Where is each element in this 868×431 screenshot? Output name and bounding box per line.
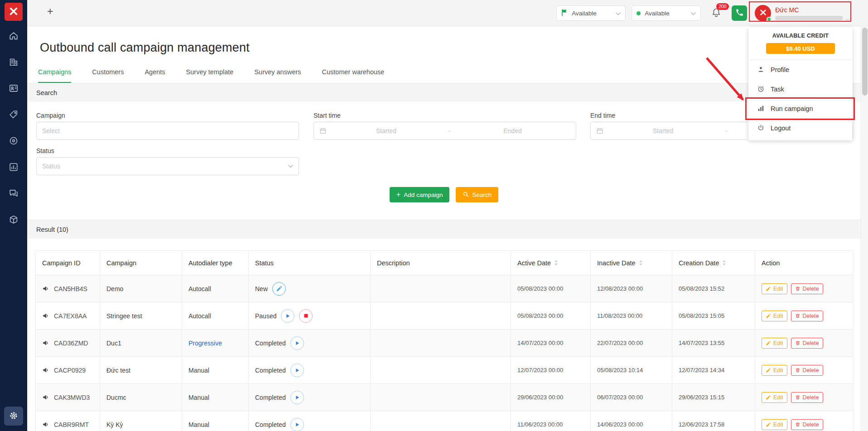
add-campaign-button[interactable]: + Add campaign <box>390 187 450 202</box>
edit-button[interactable]: Edit <box>762 365 787 376</box>
tab-bar: CampaignsCustomersAgentsSurvey templateS… <box>38 68 861 83</box>
avatar <box>755 5 771 21</box>
tab-customers[interactable]: Customers <box>92 68 124 83</box>
green-dot-icon <box>637 11 641 15</box>
autodialer-type: Autocall <box>188 285 211 292</box>
autodialer-type: Manual <box>188 394 209 401</box>
delete-button[interactable]: Delete <box>791 392 823 403</box>
play-icon[interactable] <box>281 309 294 323</box>
sidebar-item-package[interactable] <box>8 215 19 225</box>
campaign-name: Đức test <box>100 357 182 384</box>
column-header-active-date[interactable]: Active Date <box>511 251 591 275</box>
bar-chart-icon <box>9 162 19 173</box>
play-icon[interactable] <box>290 391 304 404</box>
autodialer-type[interactable]: Progressive <box>188 340 222 347</box>
campaign-field-label: Campaign <box>36 112 65 119</box>
sidebar-item-bar-chart[interactable] <box>8 162 19 173</box>
megaphone-icon <box>42 366 50 374</box>
sidebar-nav <box>8 31 19 407</box>
column-header-campaign-id: Campaign ID <box>36 251 100 275</box>
status-field-label: Status <box>36 147 54 154</box>
edit-button[interactable]: Edit <box>762 311 787 321</box>
menu-item-profile[interactable]: Profile <box>748 60 853 79</box>
delete-button[interactable]: Delete <box>791 365 823 376</box>
campaign-select[interactable]: Select <box>36 122 299 140</box>
availability-dropdown-1[interactable]: Available <box>556 5 626 21</box>
creation-date: 05/08/2023 15:52 <box>672 275 755 302</box>
megaphone-icon <box>42 312 50 320</box>
sort-icon[interactable] <box>722 260 726 266</box>
play-icon[interactable] <box>290 418 304 431</box>
delete-button[interactable]: Delete <box>791 419 823 430</box>
sort-icon[interactable] <box>639 260 643 266</box>
search-button[interactable]: Search <box>456 187 498 202</box>
pencil-icon <box>766 340 771 346</box>
description <box>371 302 511 330</box>
edit-button[interactable]: Edit <box>762 419 787 430</box>
add-tab-button[interactable]: + <box>47 5 53 18</box>
edit-button[interactable]: Edit <box>762 338 787 349</box>
sidebar-item-disc[interactable] <box>8 136 19 147</box>
menu-item-logout[interactable]: Logout <box>748 118 853 138</box>
column-header-status: Status <box>249 251 371 275</box>
delete-button[interactable]: Delete <box>791 338 823 349</box>
status-select[interactable]: Status <box>36 157 299 175</box>
sidebar-item-chat[interactable] <box>8 188 19 199</box>
search-form: Campaign Select Start time Started - End… <box>27 102 861 220</box>
sort-icon[interactable] <box>554 260 558 266</box>
notifications-button[interactable]: 200 <box>710 7 722 19</box>
add-campaign-label: Add campaign <box>404 192 443 198</box>
sidebar <box>0 0 27 431</box>
sidebar-item-contact-card[interactable] <box>8 83 19 94</box>
building-icon <box>9 57 19 68</box>
range-start-placeholder: Started <box>605 127 721 134</box>
megaphone-icon <box>42 393 50 401</box>
inactive-date: 05/08/2023 10:14 <box>591 357 672 384</box>
settings-button[interactable] <box>4 407 23 426</box>
edit-status-icon[interactable] <box>272 282 286 296</box>
gear-icon <box>9 411 19 422</box>
status-text: Completed <box>255 421 286 428</box>
tab-customer-warehouse[interactable]: Customer warehouse <box>322 68 385 83</box>
start-time-label: Start time <box>313 112 341 119</box>
tab-survey-template[interactable]: Survey template <box>186 68 234 83</box>
scrollbar-thumb[interactable] <box>862 28 868 96</box>
credit-amount[interactable]: $9.40 USD <box>766 43 835 54</box>
start-time-range-picker[interactable]: Started - Ended <box>313 122 576 140</box>
menu-item-run-campaign[interactable]: Run campaign <box>748 99 853 118</box>
tab-survey-answers[interactable]: Survey answers <box>254 68 301 83</box>
column-label: Action <box>762 259 780 267</box>
dialer-button[interactable] <box>732 5 747 21</box>
tab-campaigns[interactable]: Campaigns <box>38 68 71 83</box>
user-menu-trigger[interactable]: Đức MC ... <box>753 5 850 21</box>
disc-icon <box>9 136 19 147</box>
stringee-logo[interactable] <box>5 3 23 21</box>
page-title: Outbound call campaign management <box>40 41 861 55</box>
active-date: 05/08/2023 00:00 <box>511 302 591 330</box>
creation-date: 05/08/2023 15:05 <box>672 302 755 330</box>
column-header-creation-date[interactable]: Creation Date <box>672 251 755 275</box>
table-header-row: Campaign IDCampaignAutodialer typeStatus… <box>36 251 854 275</box>
column-header-description: Description <box>371 251 511 275</box>
edit-button[interactable]: Edit <box>762 392 787 403</box>
play-icon[interactable] <box>290 364 304 377</box>
availability-dropdown-2[interactable]: Available <box>632 5 701 21</box>
form-buttons: + Add campaign Search <box>27 187 861 202</box>
sidebar-item-building[interactable] <box>8 57 19 68</box>
sidebar-item-home[interactable] <box>8 31 19 42</box>
search-label: Search <box>472 192 492 198</box>
stop-icon[interactable] <box>299 309 313 323</box>
tab-agents[interactable]: Agents <box>145 68 165 83</box>
delete-button[interactable]: Delete <box>791 311 823 321</box>
column-label: Description <box>377 259 410 267</box>
menu-item-task[interactable]: Task <box>748 79 853 99</box>
sidebar-item-tag[interactable] <box>8 110 19 120</box>
megaphone-icon <box>42 339 50 347</box>
x-logo-icon <box>760 9 767 17</box>
user-name: Đức MC <box>775 6 850 14</box>
delete-button[interactable]: Delete <box>791 283 823 294</box>
column-header-inactive-date[interactable]: Inactive Date <box>591 251 672 275</box>
menu-item-label: Profile <box>771 66 789 73</box>
play-icon[interactable] <box>290 336 304 350</box>
edit-button[interactable]: Edit <box>762 283 787 294</box>
